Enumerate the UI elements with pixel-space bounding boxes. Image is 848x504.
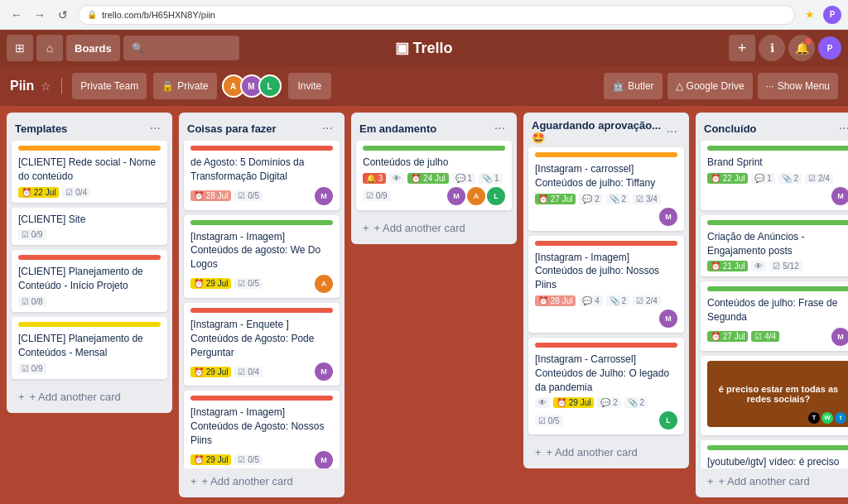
list-header: Templates ··· bbox=[7, 113, 172, 141]
invite-button[interactable]: Invite bbox=[288, 73, 332, 99]
checklist-badge: ☑ 0/5 bbox=[234, 190, 263, 201]
header-logo: ▣ Trello bbox=[395, 39, 452, 57]
add-card-button[interactable]: + + Add another card bbox=[356, 217, 512, 239]
card[interactable]: [Instagram - Imagem] Conteúdos de Agosto… bbox=[184, 391, 340, 468]
team-button[interactable]: Private Team bbox=[72, 73, 147, 99]
gdrive-button[interactable]: △ Google Drive bbox=[667, 73, 753, 99]
card-label bbox=[707, 146, 848, 151]
list-menu-button[interactable]: ··· bbox=[147, 119, 164, 137]
card-label bbox=[190, 146, 333, 151]
card[interactable]: [CLIENTE] Planejamento de Conteúdo - Iní… bbox=[12, 250, 167, 312]
list-menu-button[interactable]: ··· bbox=[491, 119, 508, 137]
checklist-badge: ☑ 0/9 bbox=[18, 363, 46, 374]
card[interactable]: Conteúdos de julho: Frase de Segunda ⏰ 2… bbox=[701, 281, 848, 351]
browser-actions: ★ P bbox=[800, 5, 841, 25]
private-label: Private bbox=[177, 80, 208, 92]
card-meta: ☑ 0/9 bbox=[18, 229, 161, 240]
card-member-avatar: L bbox=[659, 411, 677, 430]
comment-badge: 💬 2 bbox=[597, 397, 620, 408]
trello-logo-icon: ▣ bbox=[395, 39, 409, 57]
notification-button[interactable]: 🔔 bbox=[788, 35, 815, 61]
plus-icon: + bbox=[190, 475, 197, 487]
card[interactable]: é preciso estar em todas as redes sociai… bbox=[701, 356, 848, 435]
plus-icon: + bbox=[363, 222, 369, 234]
attachment-badge: 📎 2 bbox=[606, 295, 629, 306]
comment-badge: 💬 4 bbox=[579, 295, 602, 306]
add-card-button[interactable]: + + Add another card bbox=[12, 386, 167, 408]
list-menu-button[interactable]: ··· bbox=[663, 122, 681, 141]
card-member-avatar: A bbox=[315, 275, 333, 293]
show-menu-label: Show Menu bbox=[778, 80, 830, 92]
card[interactable]: [CLIENTE] Site ☑ 0/9 ✎ bbox=[12, 208, 167, 246]
star-board-icon[interactable]: ☆ bbox=[41, 79, 51, 93]
show-menu-button[interactable]: ··· Show Menu bbox=[758, 73, 838, 99]
board-content: Templates ··· [CLIENTE] Rede social - No… bbox=[0, 106, 848, 504]
card-title: [Instagram - Carrossel] Conteúdos de Jul… bbox=[535, 353, 677, 394]
butler-icon: 🤖 bbox=[612, 80, 624, 92]
gdrive-label: Google Drive bbox=[687, 80, 744, 92]
board-title: Piin bbox=[10, 79, 34, 94]
card-label bbox=[18, 322, 161, 327]
attachment-badge: 📎 2 bbox=[606, 194, 629, 204]
comment-badge: 💬 2 bbox=[579, 194, 602, 204]
card-member-avatar: M bbox=[315, 187, 333, 205]
apps-icon-button[interactable]: ⊞ bbox=[7, 35, 33, 61]
comment-badge: 💬 1 bbox=[452, 173, 475, 184]
card-meta: ☑ 0/8 bbox=[18, 296, 161, 307]
address-bar[interactable]: 🔒 trello.com/b/H65HXN8Y/piin bbox=[78, 5, 795, 25]
plus-icon: + bbox=[18, 391, 25, 403]
add-button[interactable]: + bbox=[729, 35, 755, 61]
card-member-avatar: M bbox=[831, 328, 848, 346]
card[interactable]: [Instagram - Imagem] Conteúdos de julho:… bbox=[528, 236, 684, 333]
add-card-button[interactable]: + + Add another card bbox=[528, 441, 684, 463]
header-left: ⊞ ⌂ Boards 🔍 bbox=[7, 35, 239, 61]
star-button[interactable]: ★ bbox=[800, 5, 820, 25]
add-card-button[interactable]: + + Add another card bbox=[184, 470, 340, 492]
card-title: [CLIENTE] Rede social - Nome do conteúdo bbox=[18, 156, 161, 184]
card[interactable]: [Instagram - Imagem] Conteúdos de agosto… bbox=[184, 215, 340, 298]
card-meta: ⏰ 27 Jul☑ 4/4 M bbox=[707, 328, 848, 346]
card[interactable]: [CLIENTE] Planejamento de Conteúdos - Me… bbox=[12, 317, 167, 379]
due-date-badge: ⏰ 27 Jul bbox=[535, 194, 576, 204]
list-coisas: Coisas para fazer ··· de Agosto: 5 Domín… bbox=[179, 113, 344, 497]
home-icon-button[interactable]: ⌂ bbox=[36, 35, 63, 61]
checklist-badge: ☑ 0/5 bbox=[535, 415, 563, 426]
list-menu-button[interactable]: ··· bbox=[319, 119, 336, 137]
private-button[interactable]: 🔒 Private bbox=[153, 73, 216, 99]
card-title: [Instagram - Imagem] Conteúdos de julho:… bbox=[535, 251, 677, 292]
checklist-badge: ☑ 0/8 bbox=[18, 296, 46, 307]
refresh-button[interactable]: ↺ bbox=[53, 5, 73, 25]
card[interactable]: [Instagram - Enquete ] Conteúdos de Agos… bbox=[184, 303, 340, 386]
notification-dot bbox=[805, 38, 812, 45]
card[interactable]: [Instagram - carrossel] Conteúdos de jul… bbox=[528, 147, 684, 231]
list-cards: [CLIENTE] Rede social - Nome do conteúdo… bbox=[7, 141, 172, 384]
attachment-badge: 📎 1 bbox=[479, 173, 502, 184]
card[interactable]: Criação de Anúncios - Engajamento posts … bbox=[701, 215, 848, 277]
forward-button[interactable]: → bbox=[30, 5, 50, 25]
card-label bbox=[535, 241, 677, 246]
checklist-badge: ☑ 0/5 bbox=[234, 278, 263, 289]
card-title: Brand Sprint bbox=[707, 156, 848, 170]
info-button[interactable]: ℹ bbox=[759, 35, 785, 61]
list-emandamento: Em andamento ··· Conteúdos de julho 🔔 3👁… bbox=[351, 113, 517, 244]
card[interactable]: [CLIENTE] Rede social - Nome do conteúdo… bbox=[12, 141, 167, 203]
checklist-badge: ☑ 0/4 bbox=[234, 367, 263, 377]
list-title: Aguardando aprovação...🤩 bbox=[532, 119, 663, 144]
card[interactable]: [youtube/igtv] vídeo: é preciso estar em… bbox=[701, 440, 848, 468]
card[interactable]: de Agosto: 5 Domínios da Transformação D… bbox=[184, 141, 340, 210]
add-card-button[interactable]: + + Add another card bbox=[701, 470, 848, 492]
list-menu-button[interactable]: ··· bbox=[836, 119, 848, 137]
card[interactable]: Conteúdos de julho 🔔 3👁⏰ 24 Jul💬 1📎 1☑ 0… bbox=[356, 141, 512, 210]
search-button[interactable]: 🔍 bbox=[123, 36, 239, 60]
card[interactable]: Brand Sprint ⏰ 22 Jul💬 1📎 2☑ 2/4 M ✎ bbox=[701, 141, 848, 210]
card-label bbox=[707, 445, 848, 450]
boards-button[interactable]: Boards bbox=[66, 35, 120, 61]
browser-bar: ← → ↺ 🔒 trello.com/b/H65HXN8Y/piin ★ P bbox=[0, 0, 848, 30]
card[interactable]: [Instagram - Carrossel] Conteúdos de Jul… bbox=[528, 338, 684, 434]
back-button[interactable]: ← bbox=[7, 5, 26, 25]
browser-nav: ← → ↺ bbox=[7, 5, 73, 25]
user-avatar[interactable]: P bbox=[818, 36, 841, 60]
trello-header: ⊞ ⌂ Boards 🔍 ▣ Trello + ℹ 🔔 P bbox=[0, 30, 848, 66]
due-date-badge: ⏰ 29 Jul bbox=[553, 397, 594, 408]
butler-button[interactable]: 🤖 Butler bbox=[604, 73, 662, 99]
